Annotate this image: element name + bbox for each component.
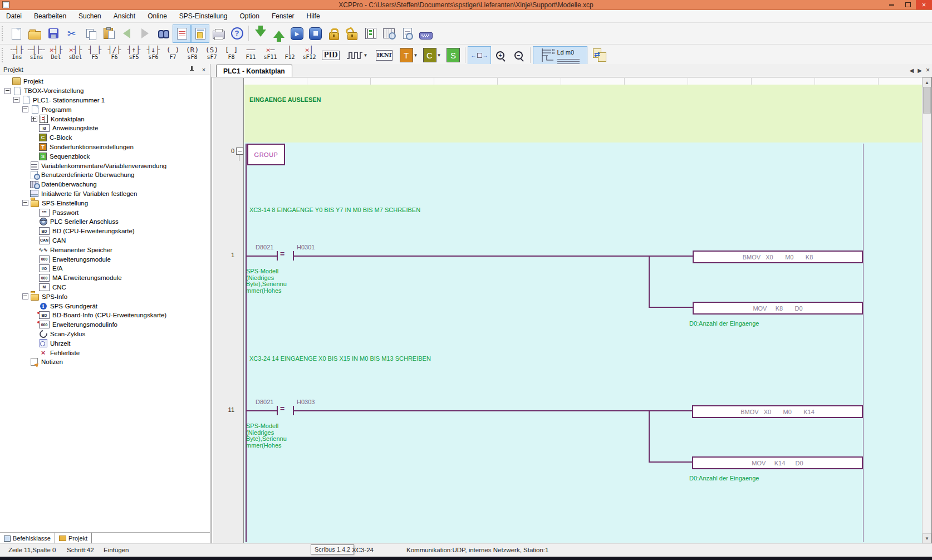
tab-scroll-left-icon[interactable]: ◀	[910, 67, 914, 73]
tree-item-remanenter-speicher[interactable]: ∿∿Remanenter Speicher	[0, 245, 210, 254]
insert-cell-button[interactable]: ╌┤├Ins	[7, 46, 27, 65]
tree-item-scan-zyklus[interactable]: Scan-Zyklus	[0, 330, 210, 339]
tree-item-sps-info[interactable]: SPS-Info	[0, 292, 210, 301]
menu-online[interactable]: Online	[141, 11, 173, 22]
cut-button[interactable]: ✂	[62, 24, 81, 43]
save-button[interactable]	[44, 24, 62, 43]
tree-item-plc1[interactable]: PLC1- Stationsnummer 1	[0, 96, 210, 105]
tree-item-c-block[interactable]: CC-Block	[0, 133, 210, 143]
print-preview-button[interactable]	[398, 24, 416, 43]
upload-from-plc-button[interactable]	[269, 24, 288, 43]
tree-item-datenueberwachung[interactable]: Datenüberwachung	[0, 180, 210, 189]
ladder-editor[interactable]: EINGAENGE AUSLESEN 0 GROUP XC3-14 8 EING…	[212, 77, 932, 544]
data-monitor-button[interactable]	[380, 24, 398, 43]
print-button[interactable]	[209, 24, 228, 43]
scrollbar-thumb[interactable]	[923, 87, 931, 114]
run-plc-button[interactable]: ▶	[288, 24, 306, 43]
collapse-expander[interactable]	[13, 97, 19, 103]
vline-button[interactable]: │F12	[280, 46, 300, 65]
rising-edge-button[interactable]: ┤↑├sF5	[124, 46, 144, 65]
tree-item-sequenzblock[interactable]: SSequenzblock	[0, 151, 210, 161]
lock-button[interactable]	[325, 24, 343, 43]
tree-item-sonderfunktion[interactable]: TSonderfunktionseinstellungen	[0, 143, 210, 152]
tree-item-projekt-root[interactable]: Projekt	[0, 77, 210, 86]
tab-plc1-kontaktplan[interactable]: PLC1 - Kontaktplan	[216, 65, 292, 77]
vertical-scrollbar[interactable]: ▲ ▼	[922, 77, 931, 543]
tree-item-can[interactable]: CANCAN	[0, 236, 210, 245]
tree-item-benutzerdef-ueberwachung[interactable]: Benutzerdefinierte Überwachung	[0, 170, 210, 180]
tab-projekt[interactable]: Projekt	[55, 533, 92, 544]
tab-befehlsklasse[interactable]: Befehlsklasse	[0, 533, 55, 544]
menu-bearbeiten[interactable]: Bearbeiten	[28, 11, 72, 22]
collapse-expander[interactable]	[22, 200, 28, 206]
panel-close-icon[interactable]: ×	[199, 66, 209, 73]
menu-datei[interactable]: Datei	[0, 11, 28, 22]
open-file-button[interactable]	[26, 24, 44, 43]
group-block[interactable]: GROUP	[247, 144, 285, 165]
tree-item-variablenkommentare[interactable]: Variablenkommentare/Variablenverwendung	[0, 161, 210, 170]
menu-sps-einstellung[interactable]: SPS-Einstellung	[173, 11, 234, 22]
tree-item-passwort[interactable]: ***Passwort	[0, 208, 210, 217]
contact-nc-button[interactable]: ┤/├F6	[105, 46, 124, 65]
timer-button[interactable]: T▼	[397, 46, 420, 65]
collapse-expander[interactable]	[22, 293, 28, 299]
tree-item-sps-einstellung[interactable]: SPS-Einstellung	[0, 198, 210, 208]
delete-row-button[interactable]: ×┤├sDel	[66, 46, 85, 65]
zoom-in-button[interactable]: +	[491, 46, 509, 65]
set-coil-button[interactable]: (S)sF7	[202, 46, 222, 65]
ladder-il-toggle-button[interactable]: Ld m0	[533, 46, 587, 65]
contact-no-button[interactable]: ┤ ├F5	[85, 46, 105, 65]
paste-button[interactable]	[99, 24, 117, 43]
stop-plc-button[interactable]	[306, 24, 325, 43]
tab-close-icon[interactable]: ×	[926, 66, 930, 74]
menu-suchen[interactable]: Suchen	[72, 11, 107, 22]
new-file-button[interactable]	[7, 24, 26, 43]
expand-expander[interactable]	[31, 116, 37, 122]
convert-button[interactable]: ⇄	[587, 46, 612, 65]
redo-forward-button[interactable]	[136, 24, 154, 43]
menu-fenster[interactable]: Fenster	[266, 11, 301, 22]
tree-item-ea[interactable]: I/OE/A	[0, 264, 210, 273]
instruction-bmov-2[interactable]: BMOV X0 M0 K14	[692, 405, 863, 418]
menu-ansicht[interactable]: Ansicht	[107, 11, 141, 22]
tree-item-tbox[interactable]: TBOX-Voreinstellung	[0, 86, 210, 96]
delete-vline-button[interactable]: ×│sF12	[300, 46, 319, 65]
tree-item-erweiterungsmodule[interactable]: 000Erweiterungsmodule	[0, 254, 210, 264]
hline-button[interactable]: ──F11	[241, 46, 261, 65]
overview-button[interactable]	[191, 24, 209, 43]
tree-item-anweisungsliste[interactable]: IdAnweisungsliste	[0, 124, 210, 133]
pid-button[interactable]: PID	[319, 46, 342, 65]
tree-item-kontaktplan[interactable]: Kontaktplan	[0, 114, 210, 124]
unlock-button[interactable]	[343, 24, 361, 43]
menu-option[interactable]: Option	[234, 11, 266, 22]
sequence-button[interactable]: S	[444, 46, 463, 65]
ladder-view-button[interactable]	[173, 24, 191, 43]
falling-edge-button[interactable]: ┤↓├sF6	[144, 46, 163, 65]
find-button[interactable]	[154, 24, 173, 43]
scroll-down-icon[interactable]: ▼	[923, 533, 931, 543]
tree-item-bd-board-info[interactable]: BDBD-Board-Info (CPU-Erweiterungskarte)	[0, 311, 210, 320]
instruction-bmov-1[interactable]: BMOV X0 M0 K8	[693, 250, 863, 263]
delete-hline-button[interactable]: ×─sF11	[261, 46, 280, 65]
tree-item-notizen[interactable]: Notizen	[0, 357, 210, 367]
download-to-plc-button[interactable]	[251, 24, 269, 43]
insert-row-button[interactable]: ╌┤├╌sIns	[27, 46, 46, 65]
instruction-mov-2[interactable]: MOV K14 D0	[692, 456, 863, 469]
function-block-button[interactable]: [ ]F8	[222, 46, 241, 65]
tree-item-erweiterungsmodulinfo[interactable]: 000Erweiterungsmodulinfo	[0, 320, 210, 330]
reset-coil-button[interactable]: (R)sF8	[183, 46, 202, 65]
menu-hilfe[interactable]: Hilfe	[301, 11, 326, 22]
scroll-up-icon[interactable]: ▲	[923, 77, 931, 87]
collapse-expander[interactable]	[22, 106, 28, 112]
copy-button[interactable]	[81, 24, 99, 43]
tree-item-sps-grundgeraet[interactable]: iSPS-Grundgerät	[0, 301, 210, 311]
coil-button[interactable]: ( )F7	[163, 46, 183, 65]
help-button[interactable]: ?	[228, 24, 246, 43]
hcnt-button[interactable]: HCNT	[371, 46, 397, 65]
zoom-out-button[interactable]: −	[509, 46, 528, 65]
tree-item-ma-erweiterungsmodule[interactable]: 000MA Erweiterungsmodule	[0, 273, 210, 283]
column-width-button[interactable]: ←→	[468, 46, 491, 65]
ladder-monitor-button[interactable]	[361, 24, 380, 43]
counter-button[interactable]: C▼	[420, 46, 444, 65]
serial-port-button[interactable]	[416, 24, 435, 43]
